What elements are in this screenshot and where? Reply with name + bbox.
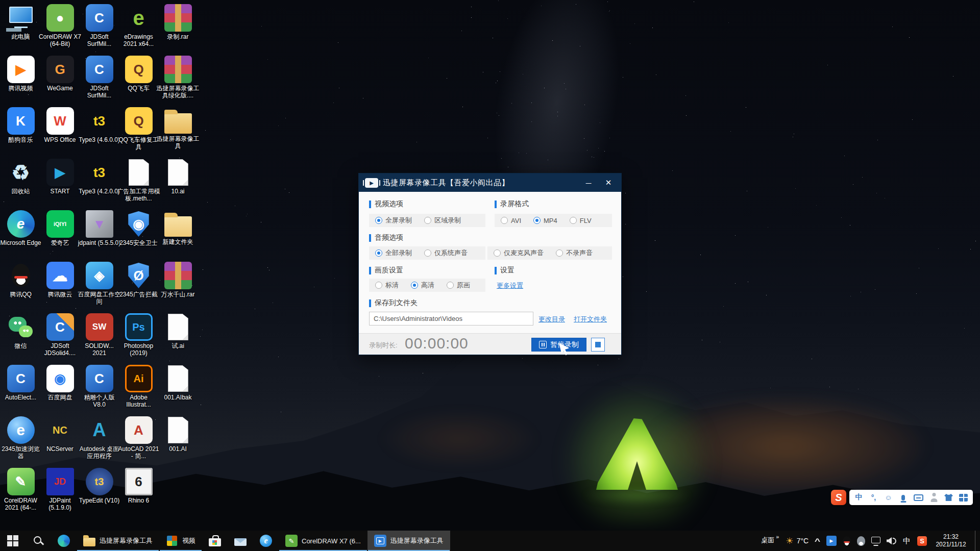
radio-option[interactable]: 区域录制 [424, 216, 461, 225]
keyboard-icon[interactable] [914, 494, 923, 501]
stop-recording-button[interactable] [591, 338, 605, 352]
desktop-icon-winrar-archive[interactable]: 录制.rar [158, 4, 198, 56]
desktop-icon-start-app[interactable]: ▶START [40, 159, 80, 210]
desktop-icon-document[interactable]: 001.AIbak [158, 365, 198, 416]
desktop-icon-edrawings[interactable]: eeDrawings 2021 x64... [119, 4, 158, 56]
radio-option[interactable]: 高清 [411, 281, 434, 290]
pause-recording-button[interactable]: 暂停录制 [531, 338, 586, 352]
emoji-icon[interactable]: ☺ [884, 492, 893, 503]
save-path-input[interactable] [369, 312, 533, 325]
close-button[interactable]: ✕ [601, 176, 616, 189]
taskbar-window-folder[interactable]: 迅捷屏幕录像工具 [77, 531, 159, 551]
desktop-icon-baidu-netdisk[interactable]: ◉百度网盘 [40, 365, 80, 416]
account-person-icon[interactable] [929, 492, 938, 503]
radio-option[interactable]: 仅系统声音 [424, 248, 468, 258]
desktop-icon-qq-speed-repair[interactable]: QQQ飞车修复工具 [119, 107, 158, 159]
desktop-icon-document[interactable]: 试.ai [158, 313, 198, 365]
show-desktop-button[interactable] [975, 531, 978, 551]
desktop-icon-microsoft-edge[interactable]: eMicrosoft Edge [1, 210, 40, 262]
qq-tray-icon[interactable] [843, 536, 851, 546]
taskbar-window-rec[interactable]: 迅捷屏幕录像工具 [368, 531, 450, 551]
ime-indicator[interactable]: 中 [903, 536, 911, 546]
desktop-icon-kugou-music[interactable]: K酷狗音乐 [1, 107, 40, 159]
desktop-icon-qq-speed[interactable]: QQQ飞车 [119, 56, 158, 107]
desktop-icon-autodesk[interactable]: AAutodesk 桌面应用程序 [80, 416, 119, 468]
desktop-icon-jdpaint[interactable]: ▼jdpaint (5.5.5.0) [80, 210, 119, 262]
desktop-icon-coreldraw-2021[interactable]: ✎CorelDRAW 2021 (64-... [1, 468, 40, 519]
desktop-icon-recycle-bin[interactable]: ♻回收站 [1, 159, 40, 210]
desktop-icon-jdsoft-surfmill[interactable]: CJDSoft SurfMil... [80, 56, 119, 107]
desktop-icon-browser-2345[interactable]: e2345加速浏览器 [1, 416, 40, 468]
mail-icon[interactable] [228, 531, 253, 551]
desktop-icon-tencent-video[interactable]: ▶腾讯视频 [1, 56, 40, 107]
search-button[interactable] [26, 531, 51, 551]
volume-tray-icon[interactable] [887, 537, 896, 544]
radio-option[interactable]: 标清 [375, 281, 399, 290]
desktop-icon-document[interactable]: 广告加工常用模板.meth... [119, 159, 158, 210]
desktop-icon-baidu-workspace[interactable]: ◈百度网盘工作空间 [80, 262, 119, 313]
desktop-icon-rhino6[interactable]: 6Rhino 6 [119, 468, 158, 519]
desktop-icon-adblock-2345[interactable]: Ø2345广告拦截 [119, 262, 158, 313]
desktop-icon-winrar-archive[interactable]: 万水千山.rar [158, 262, 198, 313]
internet-explorer-icon[interactable] [253, 531, 279, 551]
desktop-icon-new-folder[interactable]: 新建文件夹 [158, 210, 198, 262]
sogou-tray-icon[interactable]: S [917, 536, 927, 546]
desktop-icon-winrar-archive[interactable]: 迅捷屏幕录像工具绿化版.... [158, 56, 198, 107]
desktop-icon-wegame[interactable]: GWeGame [40, 56, 80, 107]
radio-option[interactable]: 原画 [447, 281, 470, 290]
desktop-toolbar[interactable]: 桌面 » [761, 531, 779, 551]
sogou-logo-icon[interactable]: S [831, 490, 846, 505]
desktop-icon-this-pc[interactable]: 此电脑 [1, 4, 40, 56]
desktop-icon-iqiyi[interactable]: iQIYI爱奇艺 [40, 210, 80, 262]
radio-option[interactable]: MP4 [533, 217, 557, 224]
change-directory-link[interactable]: 更改目录 [538, 315, 565, 324]
taskbar-clock[interactable]: 21:32 2021/11/12 [934, 533, 968, 548]
desktop-icon-type3[interactable]: t3Type3 (4.2.0.0) [80, 159, 119, 210]
more-settings-link[interactable]: 更多设置 [497, 281, 523, 290]
desktop-icon-document[interactable]: 10.ai [158, 159, 198, 210]
radio-option[interactable]: 不录声音 [556, 248, 593, 258]
voice-mic-icon[interactable] [899, 492, 908, 503]
desktop-icon-wps-office[interactable]: WWPS Office [40, 107, 80, 159]
desktop-icon-document[interactable]: 001.AI [158, 416, 198, 468]
desktop-icon-qq[interactable]: 腾讯QQ [1, 262, 40, 313]
skin-clothes-icon[interactable] [944, 494, 953, 501]
weather-widget[interactable]: ☀ 7°C [786, 536, 808, 546]
dialog-titlebar[interactable]: 迅捷屏幕录像工具【吾爱小阎出品】 ─ ✕ [359, 173, 621, 192]
toolbox-grid-icon[interactable] [959, 494, 968, 502]
desktop-icon-wechat[interactable]: 微信 [1, 313, 40, 365]
desktop-icon-autocad[interactable]: AAutoCAD 2021 - 简... [119, 416, 158, 468]
radio-option[interactable]: AVI [501, 217, 521, 224]
desktop-icon-typeedit[interactable]: t3TypeEdit (V10) [80, 468, 119, 519]
chinese-mode-icon[interactable]: 中 [854, 492, 863, 503]
microsoft-store-icon[interactable] [202, 531, 228, 551]
desktop-icon-jdsoft-surfmill[interactable]: CJDSoft SurfMil... [80, 4, 119, 56]
radio-option[interactable]: 全屏录制 [375, 216, 412, 225]
screen-recorder-tray-icon[interactable] [826, 536, 837, 546]
start-button[interactable] [0, 531, 26, 551]
desktop-icon-weiyun[interactable]: ☁腾讯微云 [40, 262, 80, 313]
desktop-icon-solidworks[interactable]: SWSOLIDW... 2021 [80, 313, 119, 365]
desktop-icon-photoshop[interactable]: PsPhotoshop (2019) [119, 313, 158, 365]
desktop-icon-jdsoft-jdsolid[interactable]: CJDSoft JDSolid4.... [40, 313, 80, 365]
desktop-icon-shield-2345[interactable]: ◉2345安全卫士 [119, 210, 158, 262]
desktop-icon-coreldraw-x7[interactable]: ●CorelDRAW X7 (64-Bit) [40, 4, 80, 56]
desktop-icon-jdpaint-app[interactable]: JDJDPaint (5.1.9.0) [40, 468, 80, 519]
desktop-icon-illustrator[interactable]: AiAdobe Illustrat... [119, 365, 158, 416]
edge-taskbar-icon[interactable] [51, 531, 77, 551]
radio-option[interactable]: 仅麦克风声音 [494, 248, 544, 258]
taskbar-window-cdr[interactable]: CorelDRAW X7 (6... [279, 531, 368, 551]
hidden-icons-chevron[interactable]: ^ [815, 537, 820, 545]
desktop-icon-type3[interactable]: t3Type3 (4.6.0.0) [80, 107, 119, 159]
desktop-icon-folder[interactable]: 迅捷屏幕录像工具 [158, 107, 198, 159]
radio-option[interactable]: 全部录制 [375, 248, 412, 258]
minimize-button[interactable]: ─ [581, 176, 596, 189]
desktop-icon-jingdiao[interactable]: C精雕个人版 V8.0 [80, 365, 119, 416]
open-folder-link[interactable]: 打开文件夹 [574, 315, 607, 324]
desktop-icon-autoelectric[interactable]: CAutoElect... [1, 365, 40, 416]
display-tray-icon[interactable] [871, 537, 880, 543]
radio-option[interactable]: FLV [570, 217, 592, 224]
desktop-icon-ncserver[interactable]: NCNCServer [40, 416, 80, 468]
tim-tray-icon[interactable] [857, 536, 865, 546]
taskbar-window-grid[interactable]: 视频 [159, 531, 202, 551]
